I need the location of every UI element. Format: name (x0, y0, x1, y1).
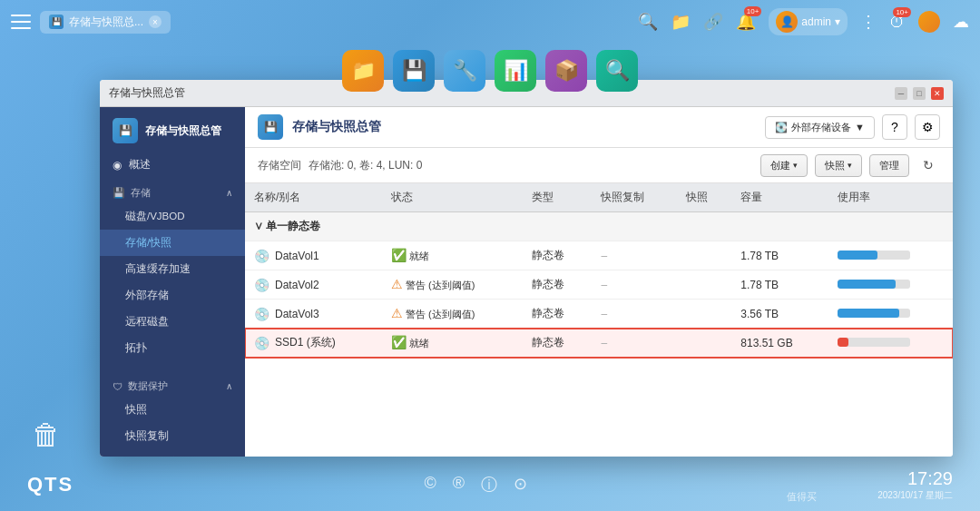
admin-button[interactable]: 👤 admin ▾ (769, 8, 848, 35)
snapshot-copy-value: – (601, 337, 607, 349)
sidebar-item-topology[interactable]: 拓扑 (100, 335, 245, 361)
usage-fill (838, 309, 899, 318)
sidebar-item-overview[interactable]: ◉ 概述 (100, 151, 245, 179)
admin-label: admin (801, 15, 831, 28)
usage-fill (838, 280, 896, 289)
taskbar-right: 🔍 📁 🔗 🔔 10+ 👤 admin ▾ ⋮ ⏱ 10+ ☁ (638, 8, 969, 35)
cell-status: ✅ 就绪 (382, 241, 523, 270)
table-container: 名称/别名 状态 类型 快照复制 快照 容量 使用率 ∨ (245, 183, 953, 457)
external-label: 外部存储 (125, 289, 169, 302)
col-type: 类型 (523, 183, 593, 212)
dock-item-storage[interactable]: 💾 (393, 50, 435, 92)
table-row[interactable]: 💿 DataVol2 ⚠ 警告 (达到阈值)静态卷–1.78 TB (245, 270, 953, 300)
sidebar-item-snapshot-copy[interactable]: 快照复制 (100, 423, 245, 449)
dock-item-app2[interactable]: 📦 (545, 50, 587, 92)
update-icon[interactable]: ⏱ 10+ (889, 13, 906, 32)
status-icon: ⚠ (391, 277, 403, 291)
overview-icon: ◉ (113, 159, 122, 172)
snapshot-copy-label: 快照复制 (125, 429, 169, 443)
snapshot-label: 快照 (825, 159, 845, 172)
bottom-icon-3[interactable]: ⓘ (481, 474, 497, 496)
help-button[interactable]: ? (882, 114, 907, 140)
disk-icon: 💿 (254, 278, 270, 292)
trash-icon[interactable]: 🗑 (32, 418, 61, 452)
col-capacity: 容量 (731, 183, 828, 212)
storage-space-label: 存储空间 (258, 158, 301, 173)
dots-icon[interactable]: ⋮ (860, 12, 877, 32)
tab-app-icon: 💾 (49, 15, 64, 29)
sidebar-group-data-protection[interactable]: 🛡 数据保护 ∧ (100, 372, 245, 397)
collapse-icon[interactable]: ∨ (254, 220, 263, 232)
table-row[interactable]: 💿 SSD1 (系统) ✅ 就绪静态卷–813.51 GB (245, 329, 953, 358)
col-usage: 使用率 (828, 183, 953, 212)
cell-snapshot (677, 300, 731, 329)
window-close-button[interactable]: ✕ (931, 87, 944, 100)
network-icon[interactable]: 🔗 (703, 12, 723, 32)
cell-status: ✅ 就绪 (382, 329, 523, 358)
table-row[interactable]: 💿 DataVol1 ✅ 就绪静态卷–1.78 TB (245, 241, 953, 270)
date: 2023/10/17 星期二 (877, 489, 953, 502)
sidebar-title: 存储与快照总管 (145, 123, 221, 139)
taskbar-tab[interactable]: 💾 存储与快照总... × (40, 11, 171, 34)
bottom-icon-1[interactable]: © (424, 474, 436, 496)
group-name: 单一静态卷 (266, 220, 320, 232)
sidebar-item-disk[interactable]: 磁盘/VJBOD (100, 203, 245, 230)
avatar: 👤 (776, 11, 798, 33)
disk-icon: 💿 (254, 249, 270, 263)
cell-snapshot-copy: – (592, 270, 676, 300)
main-window: 存储与快照总管 ─ □ ✕ 💾 存储与快照总管 ◉ 概述 💾 存储 ∧ 磁盘 (100, 80, 953, 457)
sidebar-item-cache[interactable]: 高速缓存加速 (100, 256, 245, 282)
cell-capacity: 1.78 TB (731, 270, 828, 300)
table-row[interactable]: 💿 DataVol3 ⚠ 警告 (达到阈值)静态卷–3.56 TB (245, 300, 953, 329)
cloud-icon[interactable]: ☁ (953, 12, 969, 32)
user-avatar[interactable] (918, 11, 940, 33)
sidebar-item-remote[interactable]: 远程磁盘 (100, 309, 245, 335)
bottom-icon-4[interactable]: ⊙ (514, 474, 527, 496)
window-controls: ─ □ ✕ (895, 87, 944, 100)
storage-pool-info: 存储池: 0, 卷: 4, LUN: 0 (309, 158, 422, 173)
storage-chevron-icon: ∧ (226, 188, 232, 198)
sidebar-item-external[interactable]: 外部存储 (100, 282, 245, 309)
app-header: 💾 存储与快照总管 💽 外部存储设备 ▼ ? ⚙ (245, 107, 953, 148)
sidebar: 💾 存储与快照总管 ◉ 概述 💾 存储 ∧ 磁盘/VJBOD 存储/快照 高速缓… (100, 107, 245, 457)
sidebar-header: 💾 存储与快照总管 (100, 107, 245, 151)
manage-label: 管理 (879, 159, 899, 172)
dock-item-app1[interactable]: 📊 (495, 50, 536, 92)
dock-item-search[interactable]: 🔍 (596, 50, 638, 92)
dock-item-network[interactable]: 🔧 (444, 50, 485, 92)
cell-status: ⚠ 警告 (达到阈值) (382, 270, 523, 300)
sidebar-item-snapshot[interactable]: 快照 (100, 397, 245, 423)
remote-disk-label: 远程磁盘 (125, 315, 169, 329)
group-label: ∨ 单一静态卷 (245, 212, 953, 241)
usage-fill (838, 251, 877, 260)
usage-bar (838, 280, 910, 289)
window-title: 存储与快照总管 (109, 85, 185, 101)
sidebar-item-storage-snapshot[interactable]: 存储/快照 (100, 230, 245, 256)
file-manager-icon[interactable]: 📁 (671, 12, 691, 32)
clock: 17:29 (907, 468, 953, 489)
external-storage-button[interactable]: 💽 外部存储设备 ▼ (765, 116, 875, 139)
window-minimize-button[interactable]: ─ (895, 87, 907, 100)
manage-button[interactable]: 管理 (869, 154, 909, 177)
cell-usage (828, 270, 953, 300)
row-name-label: DataVol2 (275, 279, 319, 291)
notification-icon[interactable]: 🔔 10+ (736, 12, 756, 32)
settings-button[interactable]: ⚙ (915, 114, 940, 140)
external-storage-icon: 💽 (775, 122, 788, 133)
bottom-icon-2[interactable]: ® (453, 474, 465, 496)
create-button[interactable]: 创建 ▾ (760, 154, 808, 177)
disk-icon: 💿 (254, 307, 270, 321)
search-icon[interactable]: 🔍 (638, 12, 658, 32)
sidebar-item-snapshot-vault[interactable]: 快照保险库 (100, 449, 245, 457)
dock-item-folder[interactable]: 📁 (342, 50, 384, 92)
row-name-label: SSD1 (系统) (275, 335, 336, 350)
window-maximize-button[interactable]: □ (913, 87, 926, 100)
snapshot-label: 快照 (125, 403, 147, 417)
snapshot-button[interactable]: 快照 ▾ (815, 154, 862, 177)
dock: 📁 💾 🔧 📊 📦 🔍 (342, 50, 638, 92)
tab-close-button[interactable]: × (149, 15, 162, 28)
sidebar-group-storage[interactable]: 💾 存储 ∧ (100, 179, 245, 203)
cell-type: 静态卷 (523, 329, 593, 358)
refresh-button[interactable]: ↻ (916, 153, 940, 177)
menu-icon[interactable] (11, 15, 31, 29)
